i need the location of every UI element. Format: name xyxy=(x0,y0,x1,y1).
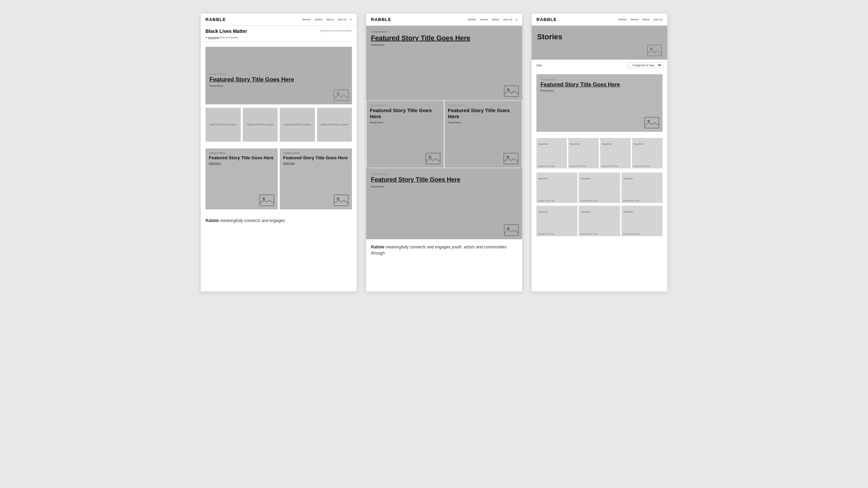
nav-links-3: Stories Series About Join Us xyxy=(618,18,663,21)
hero-story-1: Category Name Featured Story Title Goes … xyxy=(201,42,357,104)
mid-cat-2a: Category Name xyxy=(370,104,440,106)
stories-title: Stories xyxy=(537,33,662,41)
cat-1b: Category Name xyxy=(283,152,349,154)
svg-point-15 xyxy=(650,47,653,50)
hero-read-more-1[interactable]: Read More xyxy=(210,84,294,87)
svg-point-13 xyxy=(507,227,510,230)
svg-rect-6 xyxy=(504,86,518,97)
header-img-icon xyxy=(647,45,662,56)
svg-point-11 xyxy=(507,156,509,158)
bottom-title-2[interactable]: Featured Story Title Goes Here xyxy=(371,176,517,184)
nav-about-2[interactable]: About xyxy=(492,18,499,21)
story-card-1b: Category Name Featured Story Title Goes … xyxy=(280,148,352,209)
nav-stories-1[interactable]: Stories xyxy=(302,18,311,21)
hamburger-icon-1[interactable]: ≡ xyxy=(350,18,352,21)
svg-rect-10 xyxy=(504,153,518,164)
featured-read-more-3[interactable]: Read More xyxy=(540,89,658,92)
hero-image-1: Category Name Featured Story Title Goes … xyxy=(205,47,352,104)
sort-label: Sort xyxy=(536,64,627,67)
panel-3: RABBLE Stories Series About Join Us Stor… xyxy=(532,14,667,291)
img-icon-featured-3 xyxy=(644,117,659,128)
img-icon-1a xyxy=(259,195,274,206)
featured-cat-3: Category Name xyxy=(540,78,658,81)
mid-cat-2b: Category Name xyxy=(448,104,518,106)
svg-rect-2 xyxy=(260,195,274,206)
svg-point-17 xyxy=(647,120,650,122)
grid-card-1-4[interactable]: Story/Post Category Name / Tags xyxy=(632,138,663,168)
svg-point-1 xyxy=(337,92,339,95)
ad-2: Optional Ad/Promo Space xyxy=(243,108,278,142)
read-more-1a[interactable]: Read More xyxy=(209,162,274,164)
grid-card-2-3[interactable]: Story/Post Category Name / Tags xyxy=(622,172,663,203)
announcement-optional-label: Optional Announcement Block xyxy=(320,29,352,32)
mid-read-more-2b[interactable]: Read More xyxy=(448,121,518,124)
nav-joinus-3[interactable]: Join Us xyxy=(653,18,663,21)
ad-4: Optional Ad/Promo Space xyxy=(317,108,352,142)
nav-stories-2[interactable]: Stories xyxy=(468,18,476,21)
bottom-cat-2: Category Name xyxy=(371,173,517,175)
two-col-stories-1: Category Name Featured Story Title Goes … xyxy=(201,145,357,213)
bottom-read-more-2[interactable]: Read More xyxy=(371,185,517,188)
hero-read-more-2[interactable]: Read More xyxy=(371,43,517,46)
svg-rect-4 xyxy=(334,195,348,206)
stories-header: Stories xyxy=(532,26,667,60)
mid-read-more-2a[interactable]: Read More xyxy=(370,121,440,124)
nav-links-2: Stories Series About Join Us xyxy=(468,18,512,21)
grid-row-2: Story/Post Category Name / Tags Story/Po… xyxy=(532,171,667,204)
grid-card-3-3[interactable]: Story/Post Category Name / Tags xyxy=(622,206,663,236)
footer-text-2: Rabble meaningfully connects and engages… xyxy=(366,239,522,261)
panel-1: RABBLE Stories Series About Join Us ≡ Op… xyxy=(201,14,357,291)
ad-1: Optional Ad/Promo Space xyxy=(205,108,241,142)
nav-about-3[interactable]: About xyxy=(642,18,649,21)
footer-text-1: Rabble meaningfully connects and engages xyxy=(201,213,357,228)
svg-point-9 xyxy=(429,156,431,158)
nav-joinus-1[interactable]: Join Us xyxy=(338,18,347,21)
grid-card-2-2[interactable]: Story/Post Category Name / Tags xyxy=(579,172,620,203)
cat-1a: Category Name xyxy=(209,152,274,154)
mid-stories-2: Category Name Featured Story Title Goes … xyxy=(366,100,522,168)
nav-series-2[interactable]: Series xyxy=(480,18,488,21)
nav-series-3[interactable]: Series xyxy=(631,18,638,21)
grid-card-3-2[interactable]: Story/Post Category Name / Tags xyxy=(579,206,620,236)
sort-select[interactable]: Categories & Tags xyxy=(629,62,663,68)
announcement-link[interactable]: message xyxy=(208,36,219,39)
announcement-sub: A message from our board. xyxy=(205,36,352,39)
svg-rect-16 xyxy=(645,117,659,128)
hero-title-1[interactable]: Featured Story Title Goes Here xyxy=(210,76,294,83)
grid-card-1-2[interactable]: Story/Post Category Name / Tags xyxy=(568,138,599,168)
nav-stories-3[interactable]: Stories xyxy=(618,18,627,21)
navbar-3: RABBLE Stories Series About Join Us xyxy=(532,14,667,26)
title-1a[interactable]: Featured Story Title Goes Here xyxy=(209,155,274,161)
grid-row-3: Story/Post Category Name / Tags Story/Po… xyxy=(532,204,667,238)
mid-title-2a[interactable]: Featured Story Title Goes Here xyxy=(370,107,440,120)
mid-title-2b[interactable]: Featured Story Title Goes Here xyxy=(448,107,518,120)
featured-story-3: Category Name Featured Story Title Goes … xyxy=(536,74,663,132)
featured-title-3[interactable]: Featured Story Title Goes Here xyxy=(540,82,658,88)
mid-story-2b: Category Name Featured Story Title Goes … xyxy=(444,100,522,168)
grid-card-1-3[interactable]: Story/Post Category Name / Tags xyxy=(600,138,631,168)
hero-story-2: Category Name Featured Story Title Goes … xyxy=(366,26,522,100)
mid-story-2a: Category Name Featured Story Title Goes … xyxy=(366,100,444,168)
nav-series-1[interactable]: Series xyxy=(315,18,322,21)
ad-3: Optional Ad/Promo Space xyxy=(280,108,315,142)
nav-about-1[interactable]: About xyxy=(327,18,334,21)
hero-title-2[interactable]: Featured Story Title Goes Here xyxy=(371,34,517,42)
story-card-1a: Category Name Featured Story Title Goes … xyxy=(205,148,278,209)
grid-card-1-1[interactable]: Story/Post Category Name / Tags xyxy=(536,138,567,168)
nav-joinus-2[interactable]: Join Us xyxy=(503,18,512,21)
img-icon-1b xyxy=(334,195,349,206)
img-icon-mid-2b xyxy=(504,153,518,164)
grid-card-3-1[interactable]: Story/Post Category Name / Tags xyxy=(536,206,577,236)
hamburger-icon-2[interactable]: ≡ xyxy=(515,18,517,21)
grid-row-1: Story/Post Category Name / Tags Story/Po… xyxy=(532,135,667,171)
panel-2: RABBLE Stories Series About Join Us ≡ Ca… xyxy=(366,14,522,291)
svg-point-3 xyxy=(262,197,265,200)
nav-links-1: Stories Series About Join Us xyxy=(302,18,347,21)
svg-rect-0 xyxy=(334,90,348,101)
logo-2: RABBLE xyxy=(371,17,391,22)
navbar-1: RABBLE Stories Series About Join Us ≡ xyxy=(201,14,357,26)
navbar-2: RABBLE Stories Series About Join Us ≡ xyxy=(366,14,522,26)
grid-card-2-1[interactable]: Story/Post Category Name / Tags xyxy=(536,172,577,203)
read-more-1b[interactable]: Read More xyxy=(283,162,349,164)
title-1b[interactable]: Featured Story Title Goes Here xyxy=(283,155,349,161)
